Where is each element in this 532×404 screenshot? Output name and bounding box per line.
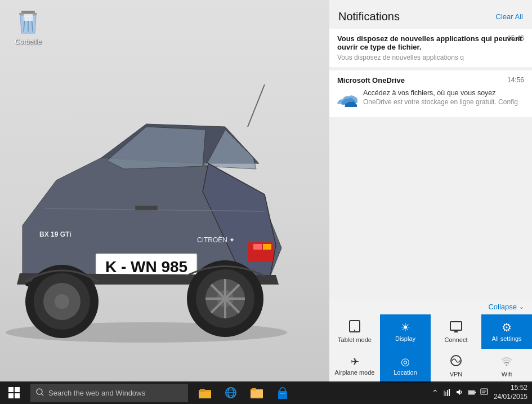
svg-rect-23 xyxy=(21,11,35,13)
quick-btn-connect[interactable]: Connect xyxy=(431,314,481,349)
settings-icon: ⚙ xyxy=(502,322,512,333)
wifi-label: Wifi xyxy=(502,371,512,378)
svg-rect-54 xyxy=(445,392,446,396)
quick-btn-airplane[interactable]: ✈ Airplane mode xyxy=(329,349,380,383)
svg-rect-59 xyxy=(469,391,474,394)
svg-point-20 xyxy=(55,294,69,309)
airplane-mode-icon: ✈ xyxy=(351,357,359,367)
recycle-bin-icon xyxy=(15,8,42,35)
onedrive-content: Accédez à vos fichiers, où que vous soye… xyxy=(337,89,524,110)
tray-power-icon[interactable] xyxy=(468,388,476,398)
svg-rect-51 xyxy=(278,391,287,399)
wifi-icon xyxy=(500,354,513,369)
svg-rect-53 xyxy=(444,390,445,396)
svg-rect-50 xyxy=(252,388,256,390)
quick-btn-wifi[interactable]: Wifi xyxy=(481,349,532,383)
quick-btn-vpn[interactable]: VPN xyxy=(431,349,481,383)
all-settings-label: All settings xyxy=(491,336,521,342)
notif1-time: 15:46 xyxy=(507,34,524,42)
taskbar-apps xyxy=(193,381,295,404)
svg-rect-2 xyxy=(253,244,262,250)
clock-time: 15:52 xyxy=(511,384,527,393)
taskbar: Search the web and Windows ⌃ xyxy=(0,381,532,404)
location-icon: ◎ xyxy=(401,357,410,367)
quick-actions-panel: Collapse ⌄ Tablet mode ☀ Display xyxy=(329,299,532,383)
svg-line-41 xyxy=(42,394,43,396)
onedrive-time: 14:56 xyxy=(507,76,524,84)
svg-rect-3 xyxy=(263,244,271,250)
svg-rect-44 xyxy=(200,389,205,392)
collapse-row[interactable]: Collapse ⌄ xyxy=(329,299,532,314)
taskbar-tray: ⌃ 15:52 24/01/2015 xyxy=(432,384,532,401)
notifications-title: Notifications xyxy=(338,10,400,23)
tray-show-hidden-icon[interactable]: ⌃ xyxy=(432,388,439,397)
notifications-header: Notifications Clear All xyxy=(329,0,532,29)
clear-all-button[interactable]: Clear All xyxy=(496,12,523,21)
car-area: K - WN 985 BX 19 GTi CITROËN ✦ xyxy=(0,0,329,383)
display-label: Display xyxy=(395,336,415,342)
notif1-subtitle: Vous disposez de nouvelles applications … xyxy=(337,54,524,61)
connect-label: Connect xyxy=(445,337,468,343)
svg-rect-22 xyxy=(135,206,158,210)
svg-rect-56 xyxy=(449,389,450,396)
location-label: Location xyxy=(394,370,417,376)
tray-icons: ⌃ xyxy=(432,388,488,398)
svg-rect-49 xyxy=(251,389,263,397)
recycle-bin-label: Corbeille xyxy=(15,38,41,46)
svg-rect-28 xyxy=(24,14,33,21)
tablet-mode-icon xyxy=(348,320,361,334)
start-button[interactable] xyxy=(0,381,28,404)
svg-rect-60 xyxy=(481,389,488,394)
quick-btn-all-settings[interactable]: ⚙ All settings xyxy=(481,314,532,349)
vpn-label: VPN xyxy=(450,371,463,378)
svg-text:BX 19 GTi: BX 19 GTi xyxy=(39,230,71,238)
svg-rect-31 xyxy=(450,322,462,330)
onedrive-sub-text: OneDrive est votre stockage en ligne gra… xyxy=(363,98,518,106)
notif1-title: Vous disposez de nouvelles applications … xyxy=(337,34,524,51)
onedrive-section[interactable]: Microsoft OneDrive Accédez à vos fichier… xyxy=(329,70,532,117)
gap-2 xyxy=(329,117,532,121)
quick-btn-location[interactable]: ◎ Location xyxy=(380,349,431,383)
collapse-label: Collapse xyxy=(488,303,517,311)
search-placeholder: Search the web and Windows xyxy=(48,389,145,397)
tray-action-center-icon[interactable] xyxy=(480,388,488,398)
car-image: K - WN 985 BX 19 GTi CITROËN ✦ xyxy=(0,34,329,361)
search-icon xyxy=(36,388,44,398)
taskbar-folder[interactable] xyxy=(244,381,269,404)
svg-rect-37 xyxy=(15,387,20,392)
svg-rect-55 xyxy=(447,390,448,396)
taskbar-ie[interactable] xyxy=(218,381,243,404)
desktop: K - WN 985 BX 19 GTi CITROËN ✦ xyxy=(0,0,532,383)
svg-rect-38 xyxy=(8,393,14,398)
onedrive-icon xyxy=(337,90,357,110)
svg-text:CITROËN ✦: CITROËN ✦ xyxy=(197,236,235,244)
onedrive-text: Accédez à vos fichiers, où que vous soye… xyxy=(363,89,518,106)
display-icon: ☀ xyxy=(400,322,410,333)
svg-rect-58 xyxy=(475,392,476,393)
clock-date: 24/01/2015 xyxy=(494,393,527,402)
search-box[interactable]: Search the web and Windows xyxy=(30,384,188,402)
collapse-chevron-icon: ⌄ xyxy=(519,303,524,310)
tablet-mode-label: Tablet mode xyxy=(338,337,372,343)
vpn-icon xyxy=(450,354,462,369)
quick-btn-display[interactable]: ☀ Display xyxy=(380,314,431,349)
onedrive-section-title: Microsoft OneDrive xyxy=(337,76,524,85)
svg-line-21 xyxy=(248,85,265,127)
recycle-bin[interactable]: Corbeille xyxy=(8,8,48,46)
quick-btn-tablet-mode[interactable]: Tablet mode xyxy=(329,314,380,349)
svg-rect-43 xyxy=(199,392,211,398)
svg-rect-36 xyxy=(8,387,14,392)
svg-rect-39 xyxy=(15,393,20,398)
taskbar-file-explorer[interactable] xyxy=(193,381,217,404)
action-center: Notifications Clear All Vous disposez de… xyxy=(329,0,532,383)
onedrive-main-text: Accédez à vos fichiers, où que vous soye… xyxy=(363,89,518,97)
svg-point-35 xyxy=(506,365,508,366)
clock[interactable]: 15:52 24/01/2015 xyxy=(494,384,527,401)
taskbar-store[interactable] xyxy=(270,381,295,404)
tray-volume-icon[interactable] xyxy=(455,388,463,398)
notification-card-1[interactable]: Vous disposez de nouvelles applications … xyxy=(329,29,532,67)
svg-text:K - WN 985: K - WN 985 xyxy=(105,258,187,276)
tray-network-icon[interactable] xyxy=(443,388,451,398)
quick-grid: Tablet mode ☀ Display Connect ⚙ All sett… xyxy=(329,314,532,383)
connect-icon xyxy=(450,320,462,334)
